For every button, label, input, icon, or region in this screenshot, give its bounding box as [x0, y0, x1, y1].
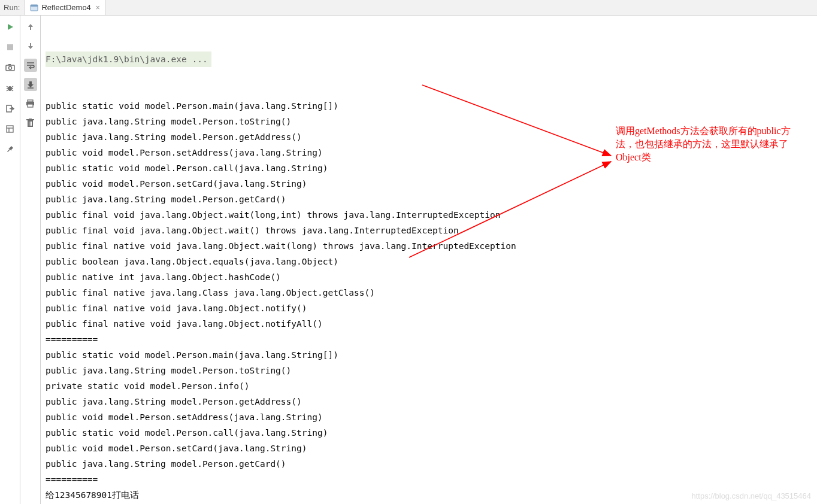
top-bar: Run: ReflectDemo4 ×: [0, 0, 817, 16]
console-line: public void model.Person.setCard(java.la…: [46, 176, 817, 192]
bug-icon[interactable]: [4, 81, 17, 95]
tab-label: ReflectDemo4: [41, 3, 90, 12]
console-line: public static void model.Person.call(jav…: [46, 425, 817, 441]
console-line: public final void java.lang.Object.wait(…: [46, 223, 817, 238]
console-output[interactable]: F:\Java\jdk1.9\bin\java.exe ... public s…: [41, 16, 817, 504]
console-line: public java.lang.String model.Person.get…: [46, 192, 817, 207]
camera-icon[interactable]: [4, 61, 17, 74]
console-line: ==========: [46, 332, 817, 347]
exit-icon[interactable]: [4, 102, 17, 115]
console-line: public void model.Person.setCard(java.la…: [46, 441, 817, 456]
console-line: public void model.Person.setAddress(java…: [46, 409, 817, 425]
console-line: public static void model.Person.main(jav…: [46, 347, 817, 363]
print-icon[interactable]: [24, 97, 37, 110]
console-line: private static void model.Person.info(): [46, 378, 817, 394]
left-toolbar-1: [0, 16, 20, 504]
svg-rect-14: [28, 104, 33, 107]
stop-icon[interactable]: [4, 41, 17, 54]
svg-rect-1: [31, 5, 38, 7]
console-line: public static void model.Person.main(jav…: [46, 98, 817, 114]
scroll-end-icon[interactable]: [24, 78, 37, 91]
down-arrow-icon[interactable]: [24, 40, 37, 53]
run-label: Run:: [4, 3, 25, 12]
svg-rect-5: [8, 64, 11, 65]
console-line: public final native void java.lang.Objec…: [46, 238, 817, 254]
svg-point-6: [8, 86, 12, 91]
console-line: public final native java.lang.Class java…: [46, 285, 817, 300]
wrap-icon[interactable]: [24, 59, 37, 72]
svg-rect-8: [7, 126, 13, 132]
console-line: public java.lang.String model.Person.get…: [46, 456, 817, 472]
console-line: public final native void java.lang.Objec…: [46, 300, 817, 316]
console-line: public final void java.lang.Object.wait(…: [46, 207, 817, 223]
console-line: public java.lang.String model.Person.toS…: [46, 363, 817, 378]
layout-icon[interactable]: [4, 122, 17, 135]
console-line: public final native void java.lang.Objec…: [46, 316, 817, 332]
run-config-icon: [30, 4, 38, 12]
console-line: public boolean java.lang.Object.equals(j…: [46, 254, 817, 269]
run-icon[interactable]: [4, 20, 17, 34]
pin-icon[interactable]: [4, 142, 17, 156]
command-line: F:\Java\jdk1.9\bin\java.exe ...: [46, 54, 208, 64]
trash-icon[interactable]: [24, 116, 37, 129]
up-arrow-icon[interactable]: [24, 20, 37, 34]
main-area: F:\Java\jdk1.9\bin\java.exe ... public s…: [0, 16, 817, 504]
svg-rect-12: [28, 100, 33, 102]
console-line: public java.lang.String model.Person.get…: [46, 394, 817, 409]
svg-point-4: [8, 66, 11, 69]
annotation-text: 调用getMethods方法会获取所有的public方法，也包括继承的方法，这里…: [616, 125, 801, 164]
left-toolbar-2: [20, 16, 41, 504]
svg-rect-17: [29, 119, 32, 120]
close-icon[interactable]: ×: [94, 4, 100, 12]
run-tab[interactable]: ReflectDemo4 ×: [25, 0, 105, 15]
console-line: public native int java.lang.Object.hashC…: [46, 269, 817, 285]
console-line: ==========: [46, 472, 817, 487]
svg-rect-2: [7, 44, 13, 50]
watermark: https://blog.csdn.net/qq_43515464: [692, 491, 812, 500]
